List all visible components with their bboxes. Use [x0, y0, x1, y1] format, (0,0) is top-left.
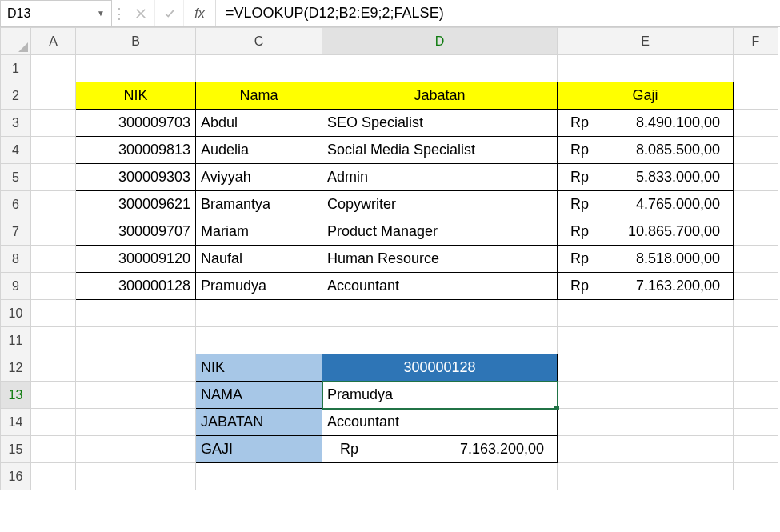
cell-E10[interactable] — [558, 300, 734, 327]
row-header-10[interactable]: 10 — [1, 300, 31, 327]
cell-A8[interactable] — [31, 246, 76, 273]
row-header-14[interactable]: 14 — [1, 409, 31, 436]
cell-C12[interactable]: NIK — [196, 354, 322, 382]
cell-D13[interactable]: Pramudya — [322, 382, 558, 409]
row-header-13[interactable]: 13 — [1, 382, 31, 409]
cell-C16[interactable] — [196, 463, 322, 490]
row-header-15[interactable]: 15 — [1, 436, 31, 463]
cell-F14[interactable] — [734, 409, 778, 436]
cell-F13[interactable] — [734, 382, 778, 409]
cell-C15[interactable]: GAJI — [196, 436, 322, 463]
cell-F5[interactable] — [734, 164, 778, 191]
cell-E9[interactable]: Rp7.163.200,00 — [558, 273, 734, 300]
cell-F2[interactable] — [734, 82, 778, 110]
cell-D9[interactable]: Accountant — [322, 273, 558, 300]
row-header-8[interactable]: 8 — [1, 246, 31, 273]
cell-C13[interactable]: NAMA — [196, 382, 322, 409]
cell-B16[interactable] — [76, 463, 196, 490]
cell-C9[interactable]: Pramudya — [196, 273, 322, 300]
column-header-E[interactable]: E — [558, 28, 734, 55]
cell-F9[interactable] — [734, 273, 778, 300]
cell-C10[interactable] — [196, 300, 322, 327]
row-header-2[interactable]: 2 — [1, 82, 31, 110]
cell-F16[interactable] — [734, 463, 778, 490]
cell-D14[interactable]: Accountant — [322, 409, 558, 436]
cell-C6[interactable]: Bramantya — [196, 191, 322, 218]
column-header-B[interactable]: B — [76, 28, 196, 55]
cell-B4[interactable]: 300009813 — [76, 137, 196, 164]
cell-E4[interactable]: Rp8.085.500,00 — [558, 137, 734, 164]
row-header-7[interactable]: 7 — [1, 218, 31, 246]
cell-B13[interactable] — [76, 382, 196, 409]
cell-D11[interactable] — [322, 327, 558, 354]
cell-F7[interactable] — [734, 218, 778, 246]
cell-F12[interactable] — [734, 354, 778, 382]
cell-B2[interactable]: NIK — [76, 82, 196, 110]
row-header-9[interactable]: 9 — [1, 273, 31, 300]
name-box[interactable]: D13 ▼ — [0, 0, 112, 26]
cell-A15[interactable] — [31, 436, 76, 463]
cell-B3[interactable]: 300009703 — [76, 110, 196, 137]
cell-B5[interactable]: 300009303 — [76, 164, 196, 191]
chevron-down-icon[interactable]: ▼ — [97, 9, 105, 18]
cell-D2[interactable]: Jabatan — [322, 82, 558, 110]
column-header-C[interactable]: C — [196, 28, 322, 55]
cell-C3[interactable]: Abdul — [196, 110, 322, 137]
cell-A5[interactable] — [31, 164, 76, 191]
row-header-12[interactable]: 12 — [1, 354, 31, 382]
cell-F1[interactable] — [734, 55, 778, 82]
cell-A12[interactable] — [31, 354, 76, 382]
cell-C8[interactable]: Naufal — [196, 246, 322, 273]
cell-B12[interactable] — [76, 354, 196, 382]
cell-C2[interactable]: Nama — [196, 82, 322, 110]
cell-E13[interactable] — [558, 382, 734, 409]
cell-E5[interactable]: Rp5.833.000,00 — [558, 164, 734, 191]
cell-F8[interactable] — [734, 246, 778, 273]
select-all-corner[interactable] — [1, 28, 31, 55]
formula-input[interactable]: =VLOOKUP(D12;B2:E9;2;FALSE) — [216, 0, 780, 26]
cell-B10[interactable] — [76, 300, 196, 327]
row-header-16[interactable]: 16 — [1, 463, 31, 490]
cell-B9[interactable]: 300000128 — [76, 273, 196, 300]
cell-F15[interactable] — [734, 436, 778, 463]
cell-A7[interactable] — [31, 218, 76, 246]
cell-E15[interactable] — [558, 436, 734, 463]
cell-D1[interactable] — [322, 55, 558, 82]
cell-F6[interactable] — [734, 191, 778, 218]
cell-C11[interactable] — [196, 327, 322, 354]
cell-A16[interactable] — [31, 463, 76, 490]
cell-F10[interactable] — [734, 300, 778, 327]
cell-B14[interactable] — [76, 409, 196, 436]
cell-C14[interactable]: JABATAN — [196, 409, 322, 436]
cell-D4[interactable]: Social Media Specialist — [322, 137, 558, 164]
column-header-D[interactable]: D — [322, 28, 558, 55]
cell-A1[interactable] — [31, 55, 76, 82]
cell-E8[interactable]: Rp8.518.000,00 — [558, 246, 734, 273]
cell-D12[interactable]: 300000128 — [322, 354, 558, 382]
cell-E16[interactable] — [558, 463, 734, 490]
cell-B1[interactable] — [76, 55, 196, 82]
cell-E3[interactable]: Rp8.490.100,00 — [558, 110, 734, 137]
cell-B11[interactable] — [76, 327, 196, 354]
row-header-3[interactable]: 3 — [1, 110, 31, 137]
cell-D3[interactable]: SEO Specialist — [322, 110, 558, 137]
cell-F11[interactable] — [734, 327, 778, 354]
cancel-formula-button[interactable] — [126, 0, 155, 26]
cell-E14[interactable] — [558, 409, 734, 436]
row-header-1[interactable]: 1 — [1, 55, 31, 82]
cell-D10[interactable] — [322, 300, 558, 327]
cell-B7[interactable]: 300009707 — [76, 218, 196, 246]
enter-formula-button[interactable] — [155, 0, 184, 26]
column-header-A[interactable]: A — [31, 28, 76, 55]
cell-B8[interactable]: 300009120 — [76, 246, 196, 273]
cell-E1[interactable] — [558, 55, 734, 82]
cell-A14[interactable] — [31, 409, 76, 436]
cell-D15[interactable]: Rp7.163.200,00 — [322, 436, 558, 463]
cell-D6[interactable]: Copywriter — [322, 191, 558, 218]
cell-A10[interactable] — [31, 300, 76, 327]
cell-C7[interactable]: Mariam — [196, 218, 322, 246]
cell-E12[interactable] — [558, 354, 734, 382]
cell-A6[interactable] — [31, 191, 76, 218]
cell-C1[interactable] — [196, 55, 322, 82]
cell-E2[interactable]: Gaji — [558, 82, 734, 110]
